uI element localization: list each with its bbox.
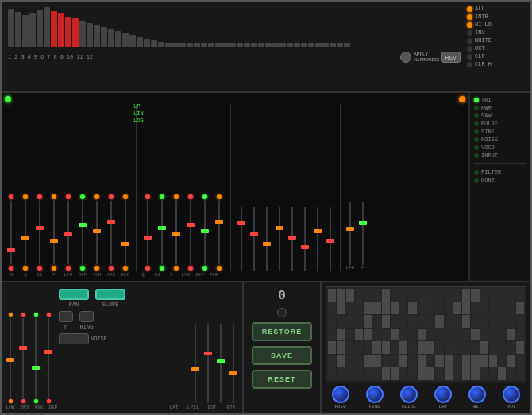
preset-cell-1-8[interactable] <box>399 302 407 315</box>
harm-bar-47[interactable] <box>344 43 350 47</box>
mix-track-3[interactable] <box>48 318 49 398</box>
preset-cell-6-20[interactable] <box>507 367 515 380</box>
preset-cell-0-10[interactable] <box>418 289 426 302</box>
preset-cell-0-11[interactable] <box>426 289 434 302</box>
preset-cell-3-15[interactable] <box>462 329 470 341</box>
preset-cell-4-17[interactable] <box>480 341 488 354</box>
preset-cell-2-9[interactable] <box>408 315 416 328</box>
harm-bar-26[interactable] <box>194 43 200 47</box>
slider-track-12[interactable] <box>190 201 191 264</box>
wf-row-3[interactable]: PULSE <box>474 121 526 127</box>
wf-row-6[interactable]: VOCO <box>474 144 526 151</box>
wf-row-4[interactable]: SINE <box>474 129 526 135</box>
harm-bar-11[interactable] <box>87 23 93 47</box>
preset-cell-3-10[interactable] <box>418 329 426 341</box>
harm-bar-36[interactable] <box>265 43 272 47</box>
harm-bar-7[interactable] <box>58 13 64 47</box>
harm-bar-12[interactable] <box>94 25 100 47</box>
preset-cell-6-19[interactable] <box>498 367 506 380</box>
preset-cell-3-8[interactable] <box>399 329 407 341</box>
preset-cell-4-0[interactable] <box>328 341 336 354</box>
harm-bar-9[interactable] <box>72 18 79 47</box>
slider-track-2[interactable] <box>39 201 40 264</box>
preset-cell-0-20[interactable] <box>507 289 515 302</box>
preset-cell-1-20[interactable] <box>507 302 515 315</box>
preset-cell-0-12[interactable] <box>435 289 443 302</box>
wf-row-5[interactable]: NOISE <box>474 136 526 143</box>
slope-button[interactable] <box>95 289 125 300</box>
indicator-row-1[interactable]: INTR <box>467 13 524 20</box>
preset-cell-1-15[interactable] <box>462 302 470 315</box>
preset-cell-4-8[interactable] <box>399 341 407 354</box>
preset-cell-0-1[interactable] <box>337 289 345 302</box>
rev-button[interactable]: REV <box>441 52 461 63</box>
preset-cell-5-13[interactable] <box>445 355 453 367</box>
preset-cell-0-18[interactable] <box>489 289 497 302</box>
preset-cell-0-13[interactable] <box>445 289 453 302</box>
slider-track-3[interactable] <box>53 201 55 264</box>
harm-bar-34[interactable] <box>251 43 257 47</box>
preset-cell-3-0[interactable] <box>328 329 336 341</box>
preset-cell-2-8[interactable] <box>399 315 407 328</box>
harm-bar-22[interactable] <box>165 43 172 47</box>
seq-track-0[interactable] <box>241 207 242 271</box>
harm-bar-5[interactable] <box>44 7 50 47</box>
seq-track-7[interactable] <box>330 207 331 271</box>
indicator-row-3[interactable]: INV <box>467 29 524 36</box>
harmonics-bars[interactable] <box>8 7 350 47</box>
preset-cell-4-21[interactable] <box>516 341 524 354</box>
preset-cell-0-4[interactable] <box>364 289 372 302</box>
slider-track-4[interactable] <box>67 201 69 264</box>
preset-cell-6-7[interactable] <box>391 367 399 380</box>
preset-cell-4-5[interactable] <box>372 341 380 354</box>
slider-track-8[interactable] <box>125 201 126 264</box>
preset-cell-4-15[interactable] <box>462 341 470 354</box>
preset-cell-6-8[interactable] <box>399 367 407 380</box>
preset-cell-4-7[interactable] <box>391 341 399 354</box>
preset-cell-2-2[interactable] <box>346 315 354 328</box>
seq-track-5[interactable] <box>304 207 306 271</box>
preset-cell-2-3[interactable] <box>355 315 363 328</box>
preset-cell-2-7[interactable] <box>391 315 399 328</box>
harm-bar-38[interactable] <box>279 43 286 47</box>
slider-track-0[interactable] <box>10 201 12 264</box>
slider-track-11[interactable] <box>175 201 177 264</box>
preset-cell-2-11[interactable] <box>426 315 434 328</box>
dry-knob[interactable] <box>434 386 452 403</box>
preset-cell-5-1[interactable] <box>337 355 345 367</box>
preset-cell-1-11[interactable] <box>426 302 434 315</box>
preset-cell-2-6[interactable] <box>382 315 390 328</box>
preset-cell-3-18[interactable] <box>489 329 497 341</box>
preset-cell-4-20[interactable] <box>507 341 515 354</box>
indicator-row-0[interactable]: ALL <box>467 6 524 12</box>
preset-cell-2-21[interactable] <box>516 315 524 328</box>
reset-button[interactable]: RESET <box>252 370 312 389</box>
preset-cell-6-5[interactable] <box>372 367 380 380</box>
preset-cell-6-6[interactable] <box>382 367 390 380</box>
save-button[interactable]: SAVE <box>252 346 312 365</box>
preset-cell-0-14[interactable] <box>453 289 461 302</box>
preset-cell-3-14[interactable] <box>453 329 461 341</box>
preset-cell-3-12[interactable] <box>435 329 443 341</box>
preset-cell-3-20[interactable] <box>507 329 515 341</box>
preset-cell-4-14[interactable] <box>453 341 461 354</box>
harm-bar-37[interactable] <box>272 43 279 47</box>
harm-bar-43[interactable] <box>315 43 322 47</box>
seq-track-1[interactable] <box>253 207 255 271</box>
preset-cell-1-12[interactable] <box>435 302 443 315</box>
harm-bar-6[interactable] <box>51 11 57 47</box>
preset-cell-4-1[interactable] <box>337 341 345 354</box>
harm-bar-46[interactable] <box>337 43 343 47</box>
preset-grid[interactable] <box>326 286 526 382</box>
preset-cell-0-16[interactable] <box>471 289 479 302</box>
slider-track-5[interactable] <box>82 201 83 264</box>
preset-cell-2-5[interactable] <box>372 315 380 328</box>
preset-cell-0-17[interactable] <box>480 289 488 302</box>
preset-cell-0-0[interactable] <box>328 289 336 302</box>
preset-cell-5-10[interactable] <box>418 355 426 367</box>
preset-cell-4-16[interactable] <box>471 341 479 354</box>
harm-bar-23[interactable] <box>172 43 179 47</box>
lin-option[interactable]: LIN <box>133 110 144 117</box>
harm-bar-27[interactable] <box>201 43 207 47</box>
preset-cell-2-10[interactable] <box>418 315 426 328</box>
